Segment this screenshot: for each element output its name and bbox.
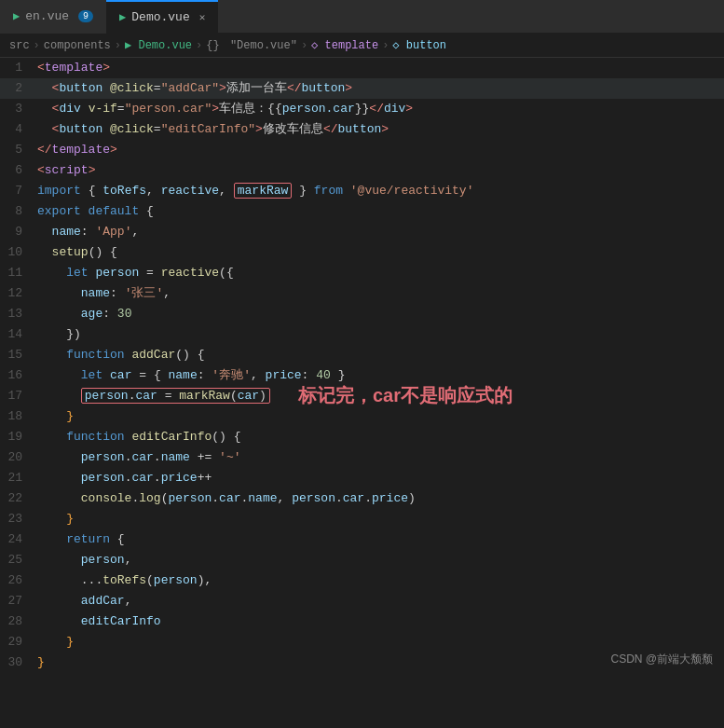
breadcrumb: src › components › ▶ Demo.vue › {} "Demo… bbox=[0, 34, 724, 58]
code-line-7: 7 import { toRefs, reactive, markRaw } f… bbox=[0, 181, 724, 201]
code-line-4: 4 <button @click="editCarInfo">修改车信息</bu… bbox=[0, 119, 724, 140]
code-line-9: 9 name: 'App', bbox=[0, 222, 724, 242]
tab-en-vue-label: en.vue bbox=[25, 9, 69, 23]
code-line-11: 11 let person = reactive({ bbox=[0, 263, 724, 283]
footer-watermark: CSDN @前端大颓颓 bbox=[610, 652, 713, 667]
vue-icon: ▶ bbox=[13, 9, 20, 23]
tab-bar: ▶ en.vue 9 ▶ Demo.vue ✕ bbox=[0, 0, 724, 34]
code-line-12: 12 name: '张三', bbox=[0, 283, 724, 304]
tab-demo-vue-label: Demo.vue bbox=[131, 10, 189, 24]
code-line-21: 21 person.car.price++ bbox=[0, 468, 724, 488]
code-line-29: 29 } bbox=[0, 632, 724, 652]
code-line-25: 25 person, bbox=[0, 550, 724, 570]
tab-en-vue[interactable]: ▶ en.vue 9 bbox=[0, 0, 106, 34]
code-line-2: 2 <button @click="addCar">添加一台车</button> bbox=[0, 78, 724, 99]
code-line-15: 15 function addCar() { bbox=[0, 345, 724, 365]
code-area: 1 <template> 2 <button @click="addCar">添… bbox=[0, 58, 724, 673]
code-line-5: 5 </template> bbox=[0, 140, 724, 160]
code-line-24: 24 return { bbox=[0, 529, 724, 550]
code-line-3: 3 <div v-if="person.car">车信息：{{person.ca… bbox=[0, 99, 724, 119]
code-line-17: 17 person.car = markRaw(car)标记完，car不是响应式… bbox=[0, 386, 724, 406]
tab-badge: 9 bbox=[78, 10, 93, 22]
code-line-16: 16 let car = { name: '奔驰', price: 40 } bbox=[0, 365, 724, 386]
code-line-8: 8 export default { bbox=[0, 201, 724, 222]
code-line-28: 28 editCarInfo bbox=[0, 611, 724, 632]
code-line-14: 14 }) bbox=[0, 324, 724, 345]
annotation-text: 标记完，car不是响应式的 bbox=[298, 385, 512, 405]
code-line-20: 20 person.car.name += '~' bbox=[0, 447, 724, 468]
code-line-13: 13 age: 30 bbox=[0, 304, 724, 324]
code-line-6: 6 <script> bbox=[0, 160, 724, 181]
code-line-1: 1 <template> bbox=[0, 58, 724, 78]
code-line-22: 22 console.log(person.car.name, person.c… bbox=[0, 488, 724, 509]
code-line-27: 27 addCar, bbox=[0, 591, 724, 611]
vue-icon-active: ▶ bbox=[119, 10, 126, 24]
code-line-19: 19 function editCarInfo() { bbox=[0, 427, 724, 447]
close-icon[interactable]: ✕ bbox=[199, 11, 206, 23]
breadcrumb-button: ◇ button bbox=[392, 38, 446, 52]
code-line-26: 26 ...toRefs(person), bbox=[0, 570, 724, 591]
code-line-10: 10 setup() { bbox=[0, 242, 724, 263]
code-line-23: 23 } bbox=[0, 509, 724, 529]
tab-demo-vue[interactable]: ▶ Demo.vue ✕ bbox=[106, 0, 218, 34]
code-line-18: 18 } bbox=[0, 406, 724, 427]
breadcrumb-template: ◇ template bbox=[311, 38, 378, 52]
